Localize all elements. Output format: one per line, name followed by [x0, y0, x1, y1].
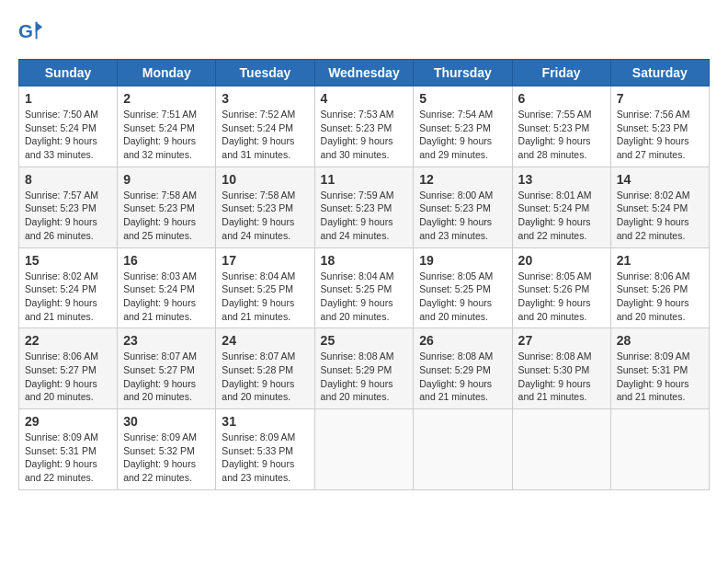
sunset-text: Sunset: 5:30 PM — [518, 364, 590, 375]
day-info: Sunrise: 7:55 AM Sunset: 5:23 PM Dayligh… — [518, 108, 605, 162]
day-info: Sunrise: 7:56 AM Sunset: 5:23 PM Dayligh… — [617, 108, 703, 162]
calendar-cell: 21 Sunrise: 8:06 AM Sunset: 5:26 PM Dayl… — [610, 247, 709, 328]
day-number: 5 — [419, 91, 506, 106]
sunrise-text: Sunrise: 7:54 AM — [419, 109, 493, 120]
weekday-sunday: Sunday — [19, 60, 118, 86]
calendar-cell: 27 Sunrise: 8:08 AM Sunset: 5:30 PM Dayl… — [512, 328, 610, 409]
calendar-cell: 11 Sunrise: 7:59 AM Sunset: 5:23 PM Dayl… — [314, 167, 414, 247]
daylight-text: Daylight: 9 hours and 20 minutes. — [518, 297, 591, 322]
daylight-text: Daylight: 9 hours and 22 minutes. — [518, 216, 591, 241]
daylight-text: Daylight: 9 hours and 20 minutes. — [321, 297, 393, 322]
day-number: 23 — [123, 333, 210, 348]
day-info: Sunrise: 7:51 AM Sunset: 5:24 PM Dayligh… — [123, 108, 210, 162]
calendar-cell: 29 Sunrise: 8:09 AM Sunset: 5:31 PM Dayl… — [19, 409, 118, 490]
calendar-cell: 4 Sunrise: 7:53 AM Sunset: 5:23 PM Dayli… — [314, 86, 414, 167]
calendar-cell: 24 Sunrise: 8:07 AM Sunset: 5:28 PM Dayl… — [216, 328, 314, 409]
sunrise-text: Sunrise: 8:08 AM — [518, 350, 592, 362]
sunrise-text: Sunrise: 8:08 AM — [321, 350, 394, 362]
sunrise-text: Sunrise: 8:08 AM — [419, 350, 493, 362]
day-info: Sunrise: 8:09 AM Sunset: 5:31 PM Dayligh… — [25, 431, 111, 485]
sunset-text: Sunset: 5:29 PM — [321, 364, 392, 375]
daylight-text: Daylight: 9 hours and 31 minutes. — [222, 135, 294, 160]
calendar-cell: 1 Sunrise: 7:50 AM Sunset: 5:24 PM Dayli… — [19, 86, 118, 167]
day-info: Sunrise: 8:08 AM Sunset: 5:29 PM Dayligh… — [419, 350, 506, 404]
daylight-text: Daylight: 9 hours and 29 minutes. — [419, 135, 492, 160]
calendar-cell: 3 Sunrise: 7:52 AM Sunset: 5:24 PM Dayli… — [216, 86, 314, 167]
day-info: Sunrise: 8:09 AM Sunset: 5:31 PM Dayligh… — [617, 350, 703, 404]
day-info: Sunrise: 8:03 AM Sunset: 5:24 PM Dayligh… — [123, 270, 210, 324]
day-number: 29 — [25, 414, 111, 429]
sunrise-text: Sunrise: 8:09 AM — [222, 431, 295, 442]
daylight-text: Daylight: 9 hours and 20 minutes. — [419, 297, 492, 322]
calendar-cell: 30 Sunrise: 8:09 AM Sunset: 5:32 PM Dayl… — [118, 409, 216, 490]
day-info: Sunrise: 8:06 AM Sunset: 5:26 PM Dayligh… — [617, 270, 703, 324]
calendar-cell: 15 Sunrise: 8:02 AM Sunset: 5:24 PM Dayl… — [19, 247, 118, 328]
day-number: 13 — [518, 172, 605, 187]
day-info: Sunrise: 8:00 AM Sunset: 5:23 PM Dayligh… — [419, 189, 506, 243]
day-info: Sunrise: 8:05 AM Sunset: 5:26 PM Dayligh… — [518, 270, 605, 324]
sunrise-text: Sunrise: 7:52 AM — [222, 109, 295, 120]
calendar-cell: 9 Sunrise: 7:58 AM Sunset: 5:23 PM Dayli… — [118, 167, 216, 247]
daylight-text: Daylight: 9 hours and 28 minutes. — [518, 135, 591, 160]
calendar-cell: 18 Sunrise: 8:04 AM Sunset: 5:25 PM Dayl… — [314, 247, 414, 328]
daylight-text: Daylight: 9 hours and 26 minutes. — [25, 216, 97, 241]
day-number: 26 — [419, 333, 506, 348]
calendar-cell: 20 Sunrise: 8:05 AM Sunset: 5:26 PM Dayl… — [512, 247, 610, 328]
sunrise-text: Sunrise: 8:04 AM — [222, 270, 295, 282]
calendar-cell: 13 Sunrise: 8:01 AM Sunset: 5:24 PM Dayl… — [512, 167, 610, 247]
day-number: 24 — [222, 333, 308, 348]
day-info: Sunrise: 8:08 AM Sunset: 5:30 PM Dayligh… — [518, 350, 605, 404]
logo-icon: G — [18, 18, 44, 44]
daylight-text: Daylight: 9 hours and 25 minutes. — [123, 216, 196, 241]
day-number: 31 — [222, 414, 308, 429]
logo: G — [18, 18, 48, 44]
calendar-cell: 16 Sunrise: 8:03 AM Sunset: 5:24 PM Dayl… — [118, 247, 216, 328]
sunrise-text: Sunrise: 8:00 AM — [419, 190, 493, 201]
day-number: 15 — [25, 253, 111, 268]
svg-rect-2 — [36, 22, 38, 40]
daylight-text: Daylight: 9 hours and 20 minutes. — [25, 378, 97, 403]
day-info: Sunrise: 8:02 AM Sunset: 5:24 PM Dayligh… — [617, 189, 703, 243]
sunrise-text: Sunrise: 7:56 AM — [617, 109, 690, 120]
sunrise-text: Sunrise: 8:06 AM — [25, 350, 98, 362]
day-number: 25 — [321, 333, 408, 348]
daylight-text: Daylight: 9 hours and 21 minutes. — [123, 297, 196, 322]
sunset-text: Sunset: 5:29 PM — [419, 364, 491, 375]
calendar-week-5: 29 Sunrise: 8:09 AM Sunset: 5:31 PM Dayl… — [19, 409, 710, 490]
sunset-text: Sunset: 5:23 PM — [25, 202, 97, 213]
sunrise-text: Sunrise: 7:58 AM — [123, 190, 197, 201]
sunset-text: Sunset: 5:33 PM — [222, 445, 293, 456]
day-number: 12 — [419, 172, 506, 187]
sunset-text: Sunset: 5:23 PM — [321, 122, 392, 133]
sunrise-text: Sunrise: 8:09 AM — [25, 431, 98, 442]
day-number: 27 — [518, 333, 605, 348]
daylight-text: Daylight: 9 hours and 22 minutes. — [123, 458, 196, 483]
day-info: Sunrise: 8:08 AM Sunset: 5:29 PM Dayligh… — [321, 350, 408, 404]
calendar-cell: 19 Sunrise: 8:05 AM Sunset: 5:25 PM Dayl… — [414, 247, 512, 328]
sunrise-text: Sunrise: 7:58 AM — [222, 190, 295, 201]
daylight-text: Daylight: 9 hours and 20 minutes. — [222, 378, 294, 403]
calendar-body: 1 Sunrise: 7:50 AM Sunset: 5:24 PM Dayli… — [19, 86, 710, 490]
calendar-week-4: 22 Sunrise: 8:06 AM Sunset: 5:27 PM Dayl… — [19, 328, 710, 409]
daylight-text: Daylight: 9 hours and 24 minutes. — [321, 216, 393, 241]
daylight-text: Daylight: 9 hours and 27 minutes. — [617, 135, 689, 160]
calendar-week-2: 8 Sunrise: 7:57 AM Sunset: 5:23 PM Dayli… — [19, 167, 710, 247]
sunset-text: Sunset: 5:23 PM — [419, 202, 491, 213]
day-number: 9 — [123, 172, 210, 187]
calendar-cell: 12 Sunrise: 8:00 AM Sunset: 5:23 PM Dayl… — [414, 167, 512, 247]
daylight-text: Daylight: 9 hours and 20 minutes. — [321, 378, 393, 403]
calendar-table: SundayMondayTuesdayWednesdayThursdayFrid… — [18, 59, 710, 490]
calendar-header: SundayMondayTuesdayWednesdayThursdayFrid… — [19, 60, 710, 86]
calendar-cell: 23 Sunrise: 8:07 AM Sunset: 5:27 PM Dayl… — [118, 328, 216, 409]
sunset-text: Sunset: 5:23 PM — [321, 202, 392, 213]
svg-text:G: G — [18, 20, 33, 41]
calendar-cell: 6 Sunrise: 7:55 AM Sunset: 5:23 PM Dayli… — [512, 86, 610, 167]
sunset-text: Sunset: 5:25 PM — [321, 283, 392, 294]
sunset-text: Sunset: 5:24 PM — [25, 122, 97, 133]
weekday-saturday: Saturday — [610, 60, 709, 86]
day-number: 17 — [222, 253, 308, 268]
calendar-week-1: 1 Sunrise: 7:50 AM Sunset: 5:24 PM Dayli… — [19, 86, 710, 167]
day-number: 2 — [123, 91, 210, 106]
sunrise-text: Sunrise: 7:50 AM — [25, 109, 98, 120]
sunset-text: Sunset: 5:23 PM — [617, 122, 688, 133]
